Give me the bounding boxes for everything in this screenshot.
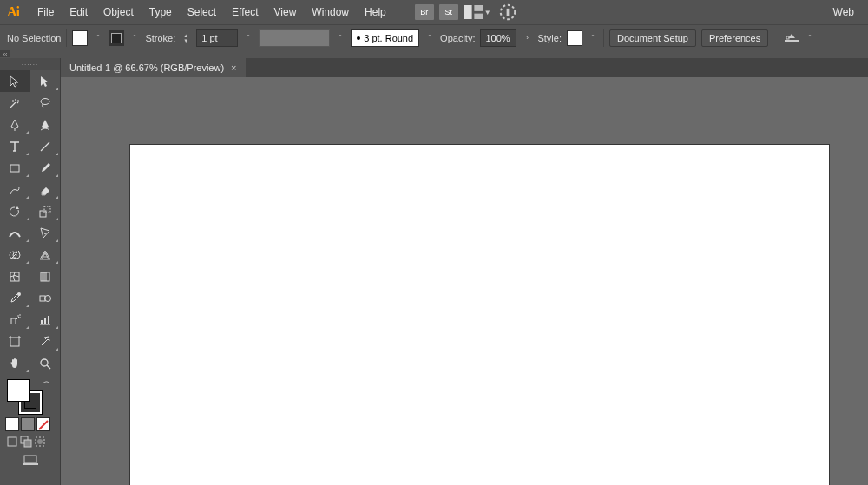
menu-object[interactable]: Object xyxy=(95,3,141,22)
pen-tool[interactable] xyxy=(0,114,30,135)
stroke-swatch[interactable] xyxy=(108,30,124,46)
menu-edit[interactable]: Edit xyxy=(62,3,95,22)
control-bar: No Selection ˅ ˅ Stroke: ▲▼ 1 pt ˅ ˅ 3 p… xyxy=(0,24,868,50)
arrange-docs-icon[interactable] xyxy=(464,4,483,20)
fill-color-swatch[interactable] xyxy=(7,379,30,402)
swap-fill-stroke-icon[interactable]: ⤺ xyxy=(43,377,49,387)
hand-tool[interactable] xyxy=(0,352,30,374)
svg-point-15 xyxy=(44,233,46,234)
arrange-docs-dropdown-icon[interactable]: ▼ xyxy=(483,4,493,20)
color-mode-gradient[interactable] xyxy=(21,417,35,431)
stock-icon[interactable]: St xyxy=(439,4,458,20)
zoom-tool[interactable] xyxy=(30,352,61,374)
lasso-tool[interactable] xyxy=(30,92,61,114)
menu-select[interactable]: Select xyxy=(180,3,224,22)
brush-definition[interactable]: 3 pt. Round xyxy=(351,29,419,47)
align-to-icon[interactable] xyxy=(784,30,799,46)
bridge-icon[interactable]: Br xyxy=(415,4,434,20)
document-tab-title: Untitled-1 @ 66.67% (RGB/Preview) xyxy=(69,62,224,73)
menu-effect[interactable]: Effect xyxy=(224,3,266,22)
color-mode-solid[interactable] xyxy=(5,417,19,431)
mesh-tool[interactable] xyxy=(0,265,30,287)
align-dropdown-icon[interactable]: ˅ xyxy=(805,30,815,46)
curvature-tool[interactable] xyxy=(30,114,61,135)
fill-dropdown-icon[interactable]: ˅ xyxy=(93,30,103,46)
rectangle-tool[interactable] xyxy=(0,157,30,179)
eyedropper-tool[interactable] xyxy=(0,287,30,309)
paintbrush-tool[interactable] xyxy=(30,157,61,179)
draw-mode-row xyxy=(0,433,60,450)
svg-rect-46 xyxy=(24,456,36,463)
blend-tool[interactable] xyxy=(30,287,61,309)
menu-type[interactable]: Type xyxy=(141,3,180,22)
svg-rect-47 xyxy=(23,463,38,465)
brush-name: 3 pt. Round xyxy=(364,33,413,43)
canvas-area[interactable] xyxy=(61,77,868,485)
svg-point-26 xyxy=(44,295,50,301)
type-tool[interactable] xyxy=(0,135,30,157)
svg-line-8 xyxy=(41,142,49,151)
brush-dropdown-icon[interactable]: ˅ xyxy=(424,30,435,46)
selection-tool[interactable] xyxy=(0,70,30,92)
artboard-tool[interactable] xyxy=(0,331,30,352)
stroke-weight-spinner[interactable]: ▲▼ xyxy=(181,33,191,43)
variable-width-profile[interactable] xyxy=(259,29,330,47)
style-swatch[interactable] xyxy=(567,30,582,46)
draw-normal-icon[interactable] xyxy=(5,435,19,449)
fill-stroke-control[interactable]: ⤺ xyxy=(5,377,55,416)
style-dropdown-icon[interactable]: ˅ xyxy=(588,30,598,46)
color-mode-row xyxy=(0,416,60,433)
opacity-more-icon[interactable]: › xyxy=(522,30,532,46)
direct-selection-tool[interactable] xyxy=(30,70,61,92)
svg-rect-32 xyxy=(44,318,46,324)
magic-wand-tool[interactable] xyxy=(0,92,30,114)
color-mode-none[interactable] xyxy=(36,417,50,431)
document-tab[interactable]: Untitled-1 @ 66.67% (RGB/Preview) × xyxy=(61,58,246,77)
stroke-dropdown-icon[interactable]: ˅ xyxy=(129,30,140,46)
scale-tool[interactable] xyxy=(30,200,61,222)
artboard[interactable] xyxy=(130,145,829,485)
column-graph-tool[interactable] xyxy=(30,309,61,331)
pencil-tool[interactable] xyxy=(0,179,30,200)
svg-rect-12 xyxy=(44,206,50,213)
symbol-sprayer-tool[interactable] xyxy=(0,309,30,331)
close-tab-icon[interactable]: × xyxy=(231,62,236,73)
shape-builder-tool[interactable] xyxy=(0,244,30,265)
workspace-switcher[interactable]: Web xyxy=(826,3,861,22)
opacity-label: Opacity: xyxy=(440,33,475,43)
stroke-weight-field[interactable]: 1 pt xyxy=(196,29,238,47)
svg-rect-31 xyxy=(41,320,43,324)
perspective-grid-tool[interactable] xyxy=(30,244,61,265)
draw-inside-icon[interactable] xyxy=(33,435,47,449)
svg-point-24 xyxy=(17,292,21,296)
svg-rect-19 xyxy=(10,272,19,281)
width-tool[interactable] xyxy=(0,222,30,244)
menu-window[interactable]: Window xyxy=(304,3,357,22)
slice-tool[interactable] xyxy=(30,331,61,352)
rotate-tool[interactable] xyxy=(0,200,30,222)
preferences-button[interactable]: Preferences xyxy=(701,29,768,47)
svg-point-13 xyxy=(11,233,13,234)
eraser-tool[interactable] xyxy=(30,179,61,200)
svg-rect-33 xyxy=(48,316,49,324)
svg-point-29 xyxy=(19,314,21,316)
document-setup-button[interactable]: Document Setup xyxy=(609,29,696,47)
stroke-weight-dropdown-icon[interactable]: ˅ xyxy=(243,30,253,46)
menu-help[interactable]: Help xyxy=(357,3,394,22)
fill-swatch[interactable] xyxy=(72,30,88,46)
svg-rect-34 xyxy=(10,338,19,346)
variable-width-dropdown-icon[interactable]: ˅ xyxy=(335,30,345,46)
app-logo-icon: Ai xyxy=(7,4,19,20)
line-segment-tool[interactable] xyxy=(30,135,61,157)
free-transform-tool[interactable] xyxy=(30,222,61,244)
menu-view[interactable]: View xyxy=(266,3,305,22)
svg-line-40 xyxy=(47,365,50,369)
tools-panel-grip[interactable]: ······ xyxy=(0,58,60,70)
menu-file[interactable]: File xyxy=(30,3,62,22)
gpu-preview-icon[interactable] xyxy=(498,4,517,20)
screen-mode-button[interactable] xyxy=(0,450,60,469)
opacity-field[interactable]: 100% xyxy=(480,29,516,47)
gradient-tool[interactable] xyxy=(30,265,61,287)
draw-behind-icon[interactable] xyxy=(19,435,33,449)
panel-collapse-icon[interactable]: ‹‹ xyxy=(0,50,10,57)
